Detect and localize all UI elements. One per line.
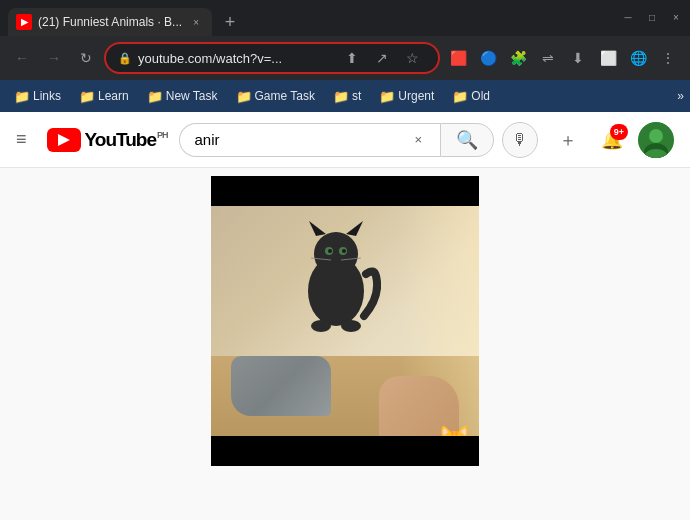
forward-button[interactable]: → (40, 44, 68, 72)
folder-icon: 📁 (333, 89, 349, 104)
ext-icon-2[interactable]: 🔵 (474, 44, 502, 72)
svg-point-1 (649, 129, 663, 143)
ext-icon-1[interactable]: 🟥 (444, 44, 472, 72)
video-letterbox-top (211, 176, 479, 206)
bookmark-learn[interactable]: 📁 Learn (71, 84, 137, 108)
more-options-button[interactable]: ⋮ (654, 44, 682, 72)
back-button[interactable]: ← (8, 44, 36, 72)
youtube-logo-icon (47, 128, 81, 152)
ext-icon-7[interactable]: 🌐 (624, 44, 652, 72)
folder-icon: 📁 (147, 89, 163, 104)
title-bar: ▶ (21) Funniest Animals · B... × + ─ □ × (0, 0, 690, 36)
create-video-button[interactable]: ＋ (550, 122, 586, 158)
ext-icon-6[interactable]: ⬜ (594, 44, 622, 72)
voice-search-button[interactable]: 🎙 (502, 122, 538, 158)
svg-point-14 (341, 320, 361, 332)
address-text: youtube.com/watch?v=... (138, 51, 332, 66)
bookmarks-more-button[interactable]: » (677, 89, 684, 103)
svg-point-10 (342, 249, 346, 253)
lock-icon: 🔒 (118, 52, 132, 65)
close-window-button[interactable]: × (670, 12, 682, 24)
svg-marker-6 (346, 221, 363, 236)
folder-icon: 📁 (14, 89, 30, 104)
maximize-button[interactable]: □ (646, 12, 658, 24)
share-page-icon[interactable]: ⬆ (338, 44, 366, 72)
address-bar[interactable]: 🔒 youtube.com/watch?v=... ⬆ ↗ ☆ (104, 42, 440, 74)
new-tab-button[interactable]: + (216, 8, 244, 36)
search-icon: 🔍 (456, 129, 478, 151)
search-bar: anir × 🔍 🎙 (179, 122, 538, 158)
search-text: anir (194, 131, 414, 148)
svg-point-9 (328, 249, 332, 253)
bookmark-links[interactable]: 📁 Links (6, 84, 69, 108)
svg-point-4 (314, 232, 358, 276)
folder-icon: 📁 (452, 89, 468, 104)
clothes-element (231, 356, 331, 416)
search-submit-button[interactable]: 🔍 (440, 123, 494, 157)
svg-point-13 (311, 320, 331, 332)
video-player[interactable]: 🐱 (211, 176, 479, 466)
folder-icon: 📁 (79, 89, 95, 104)
video-letterbox-bottom (211, 436, 479, 466)
folder-icon: 📁 (236, 89, 252, 104)
youtube-header: ≡ YouTubePH anir × 🔍 🎙 ＋ (0, 112, 690, 168)
notification-count-badge: 9+ (610, 124, 628, 140)
address-bar-actions: ⬆ ↗ ☆ (338, 44, 426, 72)
youtube-logo-text: YouTubePH (85, 129, 168, 151)
video-area: 🐱 (0, 168, 690, 520)
refresh-button[interactable]: ↻ (72, 44, 100, 72)
bookmark-old[interactable]: 📁 Old (444, 84, 498, 108)
video-scene (211, 206, 479, 436)
folder-icon: 📁 (379, 89, 395, 104)
mic-icon: 🎙 (512, 131, 528, 149)
minimize-button[interactable]: ─ (622, 12, 634, 24)
youtube-logo[interactable]: YouTubePH (47, 128, 168, 152)
svg-marker-5 (309, 221, 326, 236)
cat-element (291, 216, 381, 336)
notifications-button[interactable]: 🔔 9+ (594, 122, 630, 158)
extension-icons: 🟥 🔵 🧩 ⇌ ⬇ ⬜ 🌐 ⋮ (444, 44, 682, 72)
browser-toolbar: ← → ↻ 🔒 youtube.com/watch?v=... ⬆ ↗ ☆ 🟥 … (0, 36, 690, 80)
youtube-header-right: ＋ 🔔 9+ (550, 122, 674, 158)
search-input-wrap[interactable]: anir × (179, 123, 440, 157)
active-tab[interactable]: ▶ (21) Funniest Animals · B... × (8, 8, 212, 36)
ext-icon-5[interactable]: ⬇ (564, 44, 592, 72)
tab-area: ▶ (21) Funniest Animals · B... × + (8, 0, 610, 36)
user-avatar[interactable] (638, 122, 674, 158)
bookmark-st[interactable]: 📁 st (325, 84, 369, 108)
bookmark-new-task[interactable]: 📁 New Task (139, 84, 226, 108)
add-video-icon: ＋ (559, 128, 577, 152)
tab-title: (21) Funniest Animals · B... (38, 15, 182, 29)
search-clear-button[interactable]: × (414, 132, 422, 147)
tab-favicon: ▶ (16, 14, 32, 30)
browser-frame: ▶ (21) Funniest Animals · B... × + ─ □ ×… (0, 0, 690, 520)
hamburger-menu-button[interactable]: ≡ (16, 129, 27, 150)
ext-icon-4[interactable]: ⇌ (534, 44, 562, 72)
tab-close-button[interactable]: × (188, 14, 204, 30)
ext-icon-3[interactable]: 🧩 (504, 44, 532, 72)
bookmark-icon[interactable]: ☆ (398, 44, 426, 72)
bookmark-game-task[interactable]: 📁 Game Task (228, 84, 323, 108)
send-tab-icon[interactable]: ↗ (368, 44, 396, 72)
play-triangle (58, 134, 70, 146)
bookmark-urgent[interactable]: 📁 Urgent (371, 84, 442, 108)
window-controls: ─ □ × (622, 12, 682, 24)
bookmarks-bar: 📁 Links 📁 Learn 📁 New Task 📁 Game Task 📁… (0, 80, 690, 112)
